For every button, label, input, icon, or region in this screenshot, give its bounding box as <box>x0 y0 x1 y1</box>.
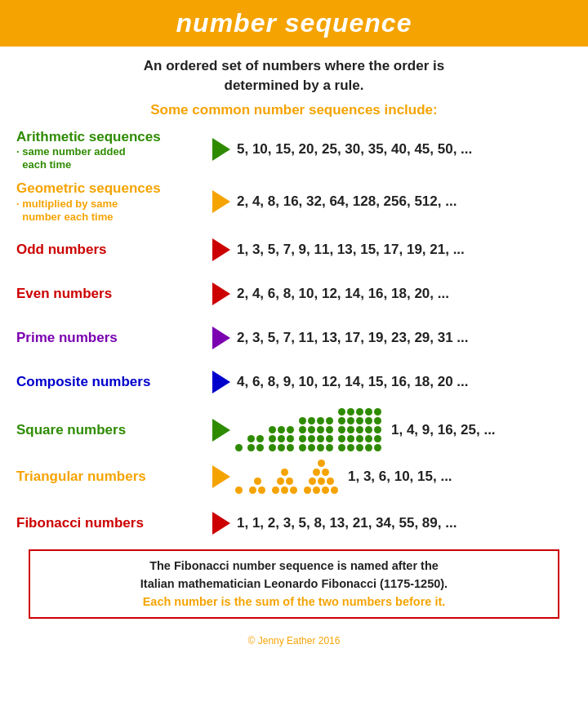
square-visual <box>235 408 381 451</box>
list-item: Geometric sequences · multiplied by same… <box>16 180 572 224</box>
triangular-label: Triangular numbers <box>16 468 212 485</box>
arrow-icon <box>212 238 230 261</box>
list-item: Composite numbers 4, 6, 8, 9, 10, 12, 14… <box>16 364 572 400</box>
geometric-values: 2, 4, 8, 16, 32, 64, 128, 256, 512, ... <box>237 193 572 210</box>
even-label: Even numbers <box>16 285 212 302</box>
geometric-label: Geometric sequences · multiplied by same… <box>16 180 212 224</box>
triangular-values: 1, 3, 6, 10, 15, ... <box>348 469 572 485</box>
arrow-icon <box>212 327 230 349</box>
main-content: An ordered set of numbers where the orde… <box>0 47 588 632</box>
definition-line2: determined by a rule. <box>225 78 364 93</box>
fibonacci-label: Fibonacci numbers <box>16 514 212 531</box>
odd-label: Odd numbers <box>16 241 212 258</box>
list-item: Fibonacci numbers 1, 1, 2, 3, 5, 8, 13, … <box>16 505 572 541</box>
arrow-icon <box>212 282 230 305</box>
arrow-icon <box>212 419 230 442</box>
fibonacci-values: 1, 1, 2, 3, 5, 8, 13, 21, 34, 55, 89, ..… <box>237 515 572 531</box>
arrow-icon <box>212 465 230 488</box>
fibonacci-note: The Fibonacci number sequence is named a… <box>29 549 559 619</box>
prime-label: Prime numbers <box>16 329 212 346</box>
square-label: Square numbers <box>16 421 212 438</box>
header: number sequence <box>0 0 588 47</box>
triangular-visual <box>235 460 338 494</box>
common-label: Some common number sequences include: <box>16 102 572 118</box>
definition: An ordered set of numbers where the orde… <box>16 56 572 96</box>
definition-line1: An ordered set of numbers where the orde… <box>144 58 444 73</box>
list-item: Even numbers 2, 4, 6, 8, 10, 12, 14, 16,… <box>16 276 572 312</box>
arithmetic-label: Arithmetic sequences · same number added… <box>16 128 212 172</box>
list-item: Prime numbers 2, 3, 5, 7, 11, 13, 17, 19… <box>16 320 572 356</box>
arrow-icon <box>212 371 230 393</box>
fibonacci-note-line3: Each number is the sum of the two number… <box>143 595 446 608</box>
page-title: number sequence <box>0 8 588 38</box>
footer: © Jenny Eather 2016 <box>0 632 588 651</box>
list-item: Square numbers <box>16 408 572 451</box>
composite-values: 4, 6, 8, 9, 10, 12, 14, 15, 16, 18, 20 .… <box>237 374 572 390</box>
list-item: Triangular numbers <box>16 460 572 497</box>
arrow-icon <box>212 138 230 161</box>
odd-values: 1, 3, 5, 7, 9, 11, 13, 15, 17, 19, 21, .… <box>237 242 572 258</box>
even-values: 2, 4, 6, 8, 10, 12, 14, 16, 18, 20, ... <box>237 286 572 302</box>
prime-values: 2, 3, 5, 7, 11, 13, 17, 19, 23, 29, 31 .… <box>237 330 572 346</box>
list-item: Odd numbers 1, 3, 5, 7, 9, 11, 13, 15, 1… <box>16 232 572 268</box>
composite-label: Composite numbers <box>16 373 212 390</box>
footer-text: © Jenny Eather 2016 <box>248 635 341 646</box>
arrow-icon <box>212 512 230 535</box>
square-values: 1, 4, 9, 16, 25, ... <box>391 422 572 438</box>
fibonacci-note-line1: The Fibonacci number sequence is named a… <box>149 559 439 572</box>
arithmetic-values: 5, 10, 15, 20, 25, 30, 35, 40, 45, 50, .… <box>237 141 572 158</box>
fibonacci-note-line2: Italian mathematician Leonardo Fibonacci… <box>140 577 448 590</box>
arrow-icon <box>212 190 230 213</box>
list-item: Arithmetic sequences · same number added… <box>16 128 572 172</box>
